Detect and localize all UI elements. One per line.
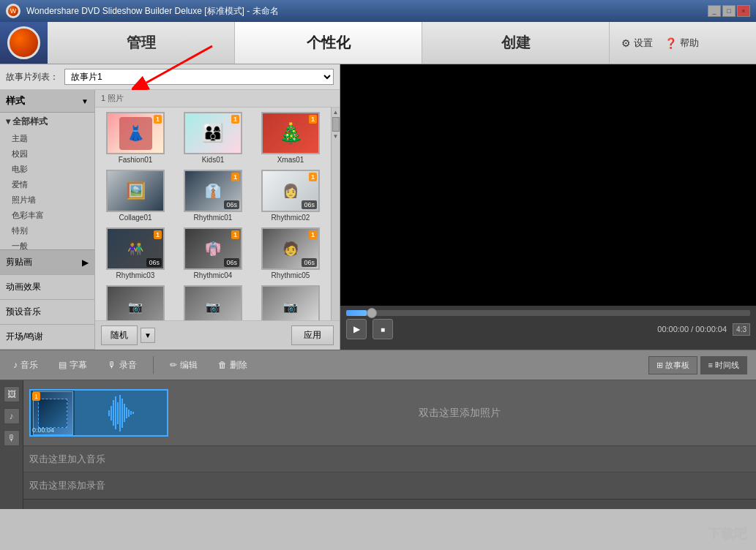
template-extra3[interactable]: 📷 bbox=[255, 285, 326, 320]
stop-button[interactable]: ■ bbox=[373, 319, 393, 339]
title-bar: W Wondershare DVD Slideshow Builder Delu… bbox=[0, 0, 756, 22]
tab-create[interactable]: 创建 bbox=[422, 22, 610, 64]
story-list-label: 故事片列表： bbox=[6, 71, 59, 83]
subtitle-label: 字幕 bbox=[70, 359, 87, 372]
style-item-movie[interactable]: 电影 bbox=[0, 162, 94, 177]
style-item-theme[interactable]: 主题 bbox=[0, 131, 94, 146]
kids01-badge: 1 bbox=[231, 115, 239, 124]
fashion01-thumb[interactable]: 👗 1 bbox=[106, 112, 165, 154]
rhythmic03-thumb[interactable]: 👫 06s 1 bbox=[106, 227, 165, 270]
record-button[interactable]: 🎙 录音 bbox=[103, 356, 141, 374]
progress-bar[interactable] bbox=[346, 310, 750, 316]
delete-button[interactable]: 🗑 删除 bbox=[214, 356, 252, 374]
template-collage01[interactable]: 🖼️ Collage01 bbox=[100, 170, 171, 222]
progress-thumb[interactable] bbox=[367, 308, 377, 318]
rhythmic01-thumb[interactable]: 👔 06s 1 bbox=[184, 170, 242, 212]
preview-video bbox=[340, 64, 756, 306]
scrollbar-down[interactable]: ▼ bbox=[333, 133, 339, 140]
rhythmic05-num-badge: 1 bbox=[309, 230, 317, 239]
clipart-button[interactable]: 剪贴画 ▶ bbox=[0, 250, 94, 275]
add-photo-label: 双击这里添加照片 bbox=[419, 407, 501, 420]
toolbar-view-buttons: ⊞ 故事板 ≡ 时间线 bbox=[648, 356, 747, 374]
extra3-thumb[interactable]: 📷 bbox=[261, 285, 320, 320]
rhythmic04-num-badge: 1 bbox=[231, 230, 239, 239]
apply-button[interactable]: 应用 bbox=[291, 325, 334, 345]
opening-credits-button[interactable]: 开场/鸣谢 bbox=[0, 325, 94, 350]
preview-controls: ▶ ■ 00:00:00 / 00:00:04 4:3 bbox=[340, 306, 756, 350]
template-scrollbar[interactable]: ▲ ▼ bbox=[331, 108, 340, 320]
style-item-campus[interactable]: 校园 bbox=[0, 146, 94, 162]
template-area: 1 照片 👗 1 bbox=[95, 90, 340, 350]
play-button[interactable]: ▶ bbox=[346, 319, 367, 339]
style-group-all[interactable]: ▾ 全部样式 bbox=[0, 113, 94, 131]
rhythmic05-label: Rhythmic05 bbox=[272, 271, 310, 279]
arrow-pointer bbox=[132, 42, 220, 86]
extra1-thumb[interactable]: 📷 bbox=[106, 285, 165, 320]
help-icon: ❓ bbox=[665, 37, 677, 49]
subtitle-button[interactable]: ▤ 字幕 bbox=[54, 356, 91, 374]
voice-track-icon[interactable]: 🎙 bbox=[4, 430, 20, 446]
template-rhythmic01[interactable]: 👔 06s 1 Rhythmic01 bbox=[177, 170, 249, 222]
template-rhythmic03[interactable]: 👫 06s 1 Rhythmic03 bbox=[100, 227, 171, 279]
window-controls[interactable]: _ □ × bbox=[708, 5, 750, 17]
minimize-button[interactable]: _ bbox=[708, 5, 721, 17]
random-button[interactable]: 随机 bbox=[101, 325, 138, 345]
waveform-bars bbox=[105, 395, 137, 432]
music-track-icon[interactable]: ♪ bbox=[4, 408, 20, 424]
style-item-love[interactable]: 爱情 bbox=[0, 177, 94, 192]
collage01-thumb[interactable]: 🖼️ bbox=[106, 170, 165, 212]
template-fashion01[interactable]: 👗 1 Fashion01 bbox=[100, 112, 171, 164]
template-kids01[interactable]: 👨‍👩‍👦 1 Kids01 bbox=[177, 112, 249, 164]
voice-track[interactable]: 双击这里添加录音 bbox=[23, 472, 756, 499]
maximize-button[interactable]: □ bbox=[722, 5, 736, 17]
preset-music-button[interactable]: 预设音乐 bbox=[0, 300, 94, 325]
extra2-thumb[interactable]: 📷 bbox=[184, 285, 242, 320]
style-item-special[interactable]: 特别 bbox=[0, 223, 94, 238]
style-list: ▾ 全部样式 主题 校园 电影 爱情 照片墙 色彩丰富 特别 一般 字幕 3D风… bbox=[0, 113, 94, 249]
arrow-svg bbox=[132, 42, 220, 90]
template-extra1[interactable]: 📷 bbox=[100, 285, 171, 320]
kids01-thumb[interactable]: 👨‍👩‍👦 1 bbox=[184, 112, 242, 154]
help-button[interactable]: ❓ 帮助 bbox=[665, 37, 699, 50]
wbar10 bbox=[128, 410, 130, 417]
settings-button[interactable]: ⚙ 设置 bbox=[621, 37, 653, 50]
music-track[interactable]: 双击这里加入音乐 bbox=[23, 446, 756, 472]
storyboard-view-button[interactable]: ⊞ 故事板 bbox=[648, 356, 697, 374]
scrollbar-up[interactable]: ▲ bbox=[333, 109, 339, 116]
template-rhythmic02[interactable]: 👩 06s 1 Rhythmic02 bbox=[255, 170, 326, 222]
timeline-clip[interactable]: 1 0:00:04 bbox=[29, 389, 168, 437]
delete-label: 删除 bbox=[230, 359, 247, 372]
template-rhythmic05[interactable]: 🧑 06s 1 Rhythmic05 bbox=[255, 227, 326, 279]
rhythmic04-thumb[interactable]: 👘 06s 1 bbox=[184, 227, 242, 270]
template-rhythmic04[interactable]: 👘 06s 1 Rhythmic04 bbox=[177, 227, 249, 279]
rhythmic05-time-badge: 06s bbox=[302, 258, 317, 267]
music-button[interactable]: ♪ 音乐 bbox=[9, 356, 42, 374]
add-music-label: 双击这里加入音乐 bbox=[29, 453, 105, 466]
kids01-label: Kids01 bbox=[202, 156, 225, 164]
photo-count: 1 照片 bbox=[101, 94, 124, 102]
edit-button[interactable]: ✏ 编辑 bbox=[165, 356, 202, 374]
random-dropdown-button[interactable]: ▼ bbox=[141, 328, 155, 343]
timeline-scrollbar[interactable] bbox=[23, 499, 756, 509]
scrollbar-thumb[interactable] bbox=[332, 117, 340, 132]
photo-track-icon[interactable]: 🖼 bbox=[4, 386, 20, 402]
close-button[interactable]: × bbox=[737, 5, 750, 17]
style-item-normal[interactable]: 一般 bbox=[0, 238, 94, 249]
timeline-view-button[interactable]: ≡ 时间线 bbox=[700, 356, 747, 374]
progress-fill bbox=[346, 310, 367, 316]
rhythmic05-thumb[interactable]: 🧑 06s 1 bbox=[261, 227, 320, 270]
style-item-colorful[interactable]: 色彩丰富 bbox=[0, 208, 94, 223]
wbar11 bbox=[130, 411, 132, 415]
style-item-photowall[interactable]: 照片墙 bbox=[0, 192, 94, 208]
animation-button[interactable]: 动画效果 bbox=[0, 275, 94, 300]
xmas01-label: Xmas01 bbox=[277, 156, 304, 164]
xmas01-thumb[interactable]: 🎄 1 bbox=[261, 112, 320, 154]
template-extra2[interactable]: 📷 bbox=[177, 285, 249, 320]
toolbar-separator bbox=[153, 356, 154, 374]
add-photo-area[interactable]: 双击这里添加照片 bbox=[168, 407, 750, 420]
rhythmic02-thumb[interactable]: 👩 06s 1 bbox=[261, 170, 320, 212]
style-sidebar: 样式 ▼ ▾ 全部样式 主题 校园 电影 爱情 照片墙 色彩丰富 特别 一般 字… bbox=[0, 90, 95, 350]
tab-personalize[interactable]: 个性化 bbox=[235, 22, 422, 64]
template-xmas01[interactable]: 🎄 1 Xmas01 bbox=[255, 112, 326, 164]
style-dropdown-arrow[interactable]: ▼ bbox=[81, 97, 89, 105]
